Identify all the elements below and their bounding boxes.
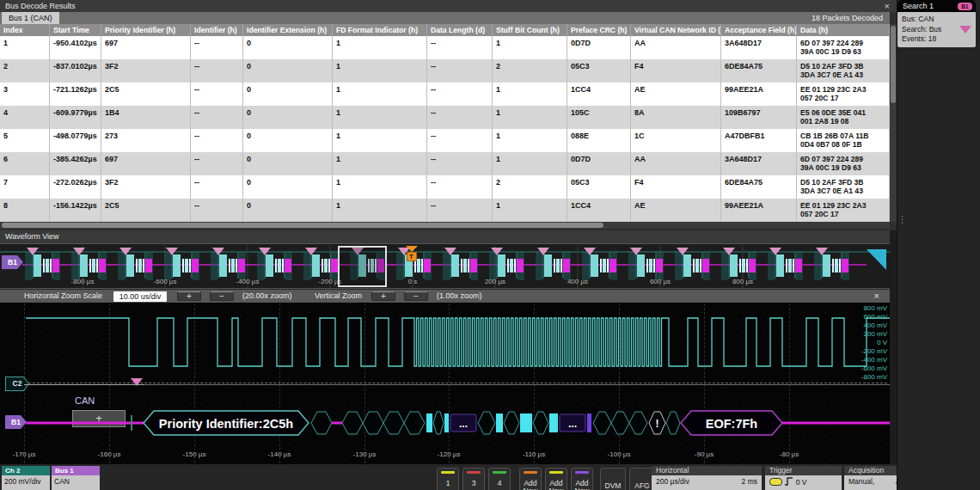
table-cell: 109B6797 xyxy=(721,106,797,129)
table-cell: 2 xyxy=(493,59,567,83)
ch2-scale-value: 200 mV/div xyxy=(2,475,50,490)
decode-field-hex xyxy=(342,412,363,434)
tab-bus1-can[interactable]: Bus 1 (CAN) xyxy=(2,12,59,24)
table-header-cell[interactable]: Acceptance Field (h) xyxy=(721,24,797,36)
table-cell: 2 xyxy=(0,59,50,83)
hzoom-plus-button[interactable]: + xyxy=(177,291,201,301)
decode-label-text: EOF:7Fh xyxy=(706,417,757,431)
chevron-down-icon[interactable] xyxy=(959,26,971,34)
panel-drag-handle[interactable]: ⋮ xyxy=(897,215,907,224)
table-cell: 1B4 xyxy=(101,106,191,129)
overview-packet-burst xyxy=(722,251,756,280)
add-new-button[interactable]: Add New xyxy=(519,468,542,490)
table-header-cell[interactable]: Index xyxy=(0,24,50,36)
volt-scale-label: -600 mV xyxy=(861,364,887,372)
scrollbar-thumb[interactable] xyxy=(891,26,896,103)
table-row[interactable]: 1-950.4102µs697--01--10D7DAA3A648D176D 0… xyxy=(0,36,890,59)
table-header-cell[interactable]: Priority Identifier (h) xyxy=(101,24,191,36)
table-cell: 697 xyxy=(101,152,191,175)
table-row[interactable]: 5-498.0779µs273--01--1088E1CA47DBFB1CB 1… xyxy=(0,129,890,152)
waveform-view-titlebar[interactable]: Waveform View xyxy=(0,230,897,243)
table-cell: 1 xyxy=(333,106,427,129)
decode-time-label: -130 µs xyxy=(353,450,377,458)
search1-bus: Bus: CAN xyxy=(902,15,971,25)
table-header-cell[interactable]: Preface CRC (h) xyxy=(567,24,631,36)
table-row[interactable]: 7-272.0262µs3F2--01--205C3F46DE84A75D5 1… xyxy=(0,175,890,199)
vzoom-plus-button[interactable]: + xyxy=(371,291,395,301)
source-button-3[interactable]: 3 xyxy=(462,468,485,490)
table-cell: -- xyxy=(191,199,243,222)
small-button-label: Add New xyxy=(546,480,567,490)
waveform-plot-area[interactable]: 800 mV600 mV400 mV200 mV0 V-200 mV-400 m… xyxy=(0,303,890,464)
table-cell: 05C3 xyxy=(567,175,631,199)
overview-packet-burst xyxy=(72,251,106,280)
acquisition-mode: Manual, xyxy=(848,477,874,486)
table-row[interactable]: 3-721.1262µs2C5--01--11CC4AE99AEE21AEE 0… xyxy=(0,83,890,106)
ch2-waveform-path xyxy=(26,318,890,366)
table-cell: A47DBFB1 xyxy=(721,129,797,152)
table-header-cell[interactable]: Data Length (d) xyxy=(427,24,493,36)
table-row[interactable]: 2-837.0102µs3F2--01--205C3F46DE84A75D5 1… xyxy=(0,59,890,83)
table-cell: 6 xyxy=(0,152,50,175)
table-cell: -837.0102µs xyxy=(50,59,101,83)
bus-idle-line xyxy=(332,422,342,425)
table-row[interactable]: 6-385.4262µs697--01--10D7DAA3A648D176D 0… xyxy=(0,152,890,175)
bus1-settings-badge[interactable]: Bus 1 CAN xyxy=(52,466,100,490)
table-cell: 1 xyxy=(333,175,427,199)
overview-zoom-box[interactable] xyxy=(338,246,387,287)
channel-color-line xyxy=(524,471,537,474)
table-cell: 1 xyxy=(333,36,427,59)
table-cell: 1C xyxy=(631,129,721,152)
table-header-cell[interactable]: Start Time xyxy=(50,24,101,36)
search1-result-badge[interactable]: Search 1 B1 Bus: CAN Search: Bus Events:… xyxy=(897,0,976,47)
channel-color-line xyxy=(493,471,506,474)
table-header-cell[interactable]: Identifier Extension (h) xyxy=(243,24,333,36)
source-button-1[interactable]: 1 xyxy=(437,468,459,490)
decode-data-bar xyxy=(587,413,591,432)
table-row[interactable]: 8-156.1422µs2C5--01--11CC4AE99AEE21AEE 0… xyxy=(0,199,890,222)
search1-header: Search 1 B1 xyxy=(897,0,976,12)
close-icon[interactable]: × xyxy=(874,290,879,303)
table-cell: 1 xyxy=(493,106,567,129)
table-horizontal-scrollbar[interactable] xyxy=(0,222,890,229)
table-header-cell[interactable]: FD Format Indicator (h) xyxy=(333,24,427,36)
table-cell: AA xyxy=(631,36,721,59)
small-button-label: AFG xyxy=(630,482,654,490)
table-row[interactable]: 4-609.9779µs1B4--01--1105C8A109B6797E5 0… xyxy=(0,106,890,129)
table-header-row: IndexStart TimePriority Identifier (h)Id… xyxy=(0,24,890,36)
trigger-position-marker[interactable]: T xyxy=(406,246,417,261)
table-cell: 2C5 xyxy=(101,199,191,222)
source-button-4[interactable]: 4 xyxy=(488,468,511,490)
decode-field-hex xyxy=(433,412,444,434)
table-cell: -950.4102µs xyxy=(50,36,101,59)
table-vertical-scrollbar[interactable] xyxy=(890,24,897,222)
add-new-button[interactable]: Add New xyxy=(571,468,593,490)
table-header-cell[interactable]: Identifier (h) xyxy=(191,24,243,36)
table-cell: -- xyxy=(427,106,493,129)
overview-packet-burst xyxy=(165,251,199,280)
table-cell: 1 xyxy=(333,59,427,83)
table-header-cell[interactable]: Virtual CAN Network ID (h) xyxy=(631,24,721,36)
bus-decode-titlebar[interactable]: Bus Decode Results xyxy=(0,0,897,12)
table-cell: AE xyxy=(631,199,721,222)
vzoom-minus-button[interactable]: − xyxy=(404,291,428,301)
scrollbar-thumb[interactable] xyxy=(2,223,603,228)
horizontal-zoom-scale-value[interactable]: 10.00 us/div xyxy=(113,291,167,302)
source-button-dvm[interactable]: DVM xyxy=(600,468,626,490)
hzoom-minus-button[interactable]: − xyxy=(210,291,234,301)
table-header-cell[interactable]: Data (h) xyxy=(797,24,890,36)
close-icon[interactable]: × xyxy=(885,0,890,12)
add-new-button[interactable]: Add New xyxy=(545,468,567,490)
channel-color-line xyxy=(575,471,589,474)
waveform-overview-strip[interactable]: -800 µs-600 µs-400 µs-200 µs0 s200 µs400… xyxy=(0,243,890,289)
horizontal-panel[interactable]: Horizontal 200 µs/div 2 ms xyxy=(652,466,762,490)
search1-events: Events: 18 xyxy=(902,34,971,45)
right-side-panel: Add New... CursorsCalloutMeasureSearchRe… xyxy=(897,0,980,490)
trigger-panel[interactable]: Trigger 0 V xyxy=(765,466,842,490)
ch2-settings-badge[interactable]: Ch 2 200 mV/div xyxy=(2,466,50,490)
packets-decoded-status: 18 Packets Decoded xyxy=(812,12,883,24)
table-header-cell[interactable]: Stuff Bit Count (h) xyxy=(493,24,567,36)
table-cell: 0 xyxy=(243,129,333,152)
trigger-level: 0 V xyxy=(796,478,807,487)
volt-scale-label: 0 V xyxy=(877,339,887,346)
